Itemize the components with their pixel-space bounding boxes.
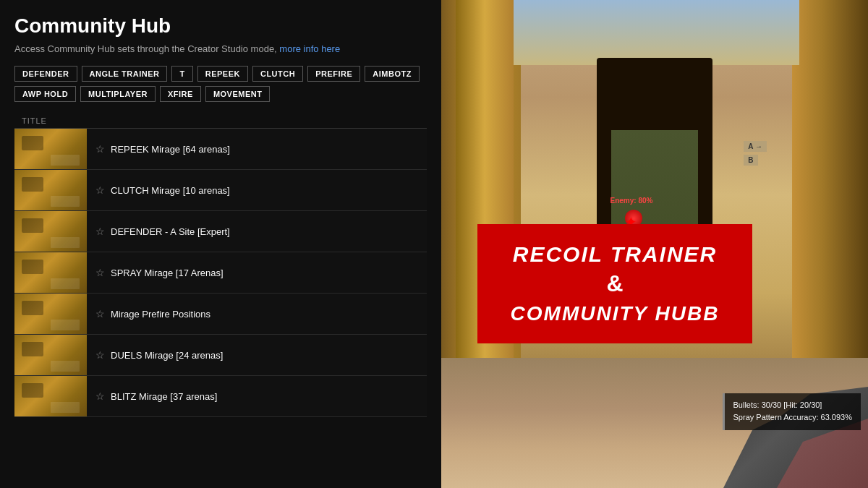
tag-prefire[interactable]: PREFIRE	[307, 66, 360, 82]
thumbnail-visual	[14, 335, 87, 375]
tag-clutch[interactable]: CLUTCH	[252, 66, 303, 82]
promo-line1: RECOIL TRAINER	[499, 241, 731, 267]
item-thumbnail	[14, 170, 87, 210]
item-thumbnail	[14, 211, 87, 252]
list-item[interactable]: ☆ REPEEK Mirage [64 arenas]	[14, 129, 427, 170]
promo-line2: COMMUNITY HUBB	[499, 301, 731, 326]
item-title: SPRAY Mirage [17 Arenas]	[111, 267, 224, 278]
sign-a: A →	[744, 141, 767, 152]
thumbnail-visual	[14, 294, 87, 334]
promo-ampersand: &	[499, 270, 731, 297]
item-info: ☆ SPRAY Mirage [17 Arenas]	[87, 267, 427, 278]
tag-multiplayer[interactable]: MULTIPLAYER	[80, 86, 156, 102]
sign-a-label: A →	[744, 141, 767, 152]
list-item[interactable]: ☆ SPRAY Mirage [17 Arenas]	[14, 252, 427, 294]
star-icon[interactable]: ☆	[95, 390, 105, 402]
item-thumbnail	[14, 294, 87, 334]
tag-awp-hold[interactable]: AWP HOLD	[14, 86, 76, 102]
list-item[interactable]: ☆ DEFENDER - A Site [Expert]	[14, 211, 427, 252]
item-title: REPEEK Mirage [64 arenas]	[111, 144, 230, 155]
item-thumbnail	[14, 129, 87, 169]
tag-defender[interactable]: DEFENDER	[14, 66, 77, 82]
item-title: DUELS Mirage [24 arenas]	[111, 350, 223, 361]
left-panel: Community Hub Access Community Hub sets …	[0, 0, 441, 488]
tag-aimbotz[interactable]: AIMBOTZ	[365, 66, 420, 82]
tag-angle-trainer[interactable]: ANGLE TRAINER	[82, 66, 168, 82]
item-title: DEFENDER - A Site [Expert]	[111, 226, 230, 237]
item-thumbnail	[14, 376, 87, 416]
hud-spray: Spray Pattern Accuracy: 63.093%	[733, 411, 852, 424]
list-item[interactable]: ☆ Mirage Prefire Positions	[14, 294, 427, 335]
item-title: Mirage Prefire Positions	[111, 309, 210, 320]
item-title: BLITZ Mirage [37 arenas]	[111, 391, 217, 402]
item-info: ☆ DUELS Mirage [24 arenas]	[87, 349, 427, 361]
page-title: Community Hub	[14, 14, 427, 38]
thumbnail-visual	[14, 376, 87, 416]
tag-t[interactable]: T	[171, 66, 192, 82]
subtitle: Access Community Hub sets through the Cr…	[14, 43, 427, 54]
thumbnail-visual	[14, 170, 87, 210]
more-info-link[interactable]: more info here	[279, 43, 340, 54]
list-items: ☆ REPEEK Mirage [64 arenas] ☆ CLUTCH Mir…	[14, 129, 427, 417]
item-info: ☆ CLUTCH Mirage [10 arenas]	[87, 184, 427, 196]
star-icon[interactable]: ☆	[95, 349, 105, 361]
hud-overlay: Bullets: 30/30 [Hit: 20/30] Spray Patter…	[723, 393, 861, 430]
tag-repeek[interactable]: REPEEK	[197, 66, 248, 82]
tag-movement[interactable]: MOVEMENT	[205, 86, 271, 102]
waypoint-signs: A → B	[744, 141, 767, 168]
thumbnail-visual	[14, 252, 87, 293]
list-item[interactable]: ☆ CLUTCH Mirage [10 arenas]	[14, 170, 427, 211]
thumbnail-visual	[14, 211, 87, 252]
hud-bullets: Bullets: 30/30 [Hit: 20/30]	[733, 399, 852, 412]
table-header: TITLE	[14, 114, 427, 129]
item-thumbnail	[14, 252, 87, 293]
star-icon[interactable]: ☆	[95, 184, 105, 196]
game-background: A → B Enemy: 80% ✦ Bullets: 30/30 [Hit: …	[441, 0, 868, 488]
item-thumbnail	[14, 335, 87, 375]
item-info: ☆ REPEEK Mirage [64 arenas]	[87, 143, 427, 155]
thumbnail-visual	[14, 129, 87, 169]
star-icon[interactable]: ☆	[95, 226, 105, 237]
star-icon[interactable]: ☆	[95, 308, 105, 320]
list-item[interactable]: ☆ DUELS Mirage [24 arenas]	[14, 335, 427, 376]
item-title: CLUTCH Mirage [10 arenas]	[111, 185, 230, 196]
item-info: ☆ Mirage Prefire Positions	[87, 308, 427, 320]
tags-container: DEFENDER ANGLE TRAINER T REPEEK CLUTCH P…	[14, 66, 427, 102]
list-item[interactable]: ☆ BLITZ Mirage [37 arenas]	[14, 376, 427, 417]
right-panel: A → B Enemy: 80% ✦ Bullets: 30/30 [Hit: …	[441, 0, 868, 488]
star-icon[interactable]: ☆	[95, 143, 105, 155]
ceiling	[514, 0, 799, 65]
enemy-label: Enemy: 80%	[610, 197, 653, 205]
promo-banner: RECOIL TRAINER & COMMUNITY HUBB	[477, 224, 752, 343]
sign-b: B	[744, 155, 767, 166]
sign-b-label: B	[744, 155, 757, 166]
star-icon[interactable]: ☆	[95, 267, 105, 278]
item-info: ☆ BLITZ Mirage [37 arenas]	[87, 390, 427, 402]
tag-xfire[interactable]: XFIRE	[160, 86, 201, 102]
item-info: ☆ DEFENDER - A Site [Expert]	[87, 226, 427, 237]
